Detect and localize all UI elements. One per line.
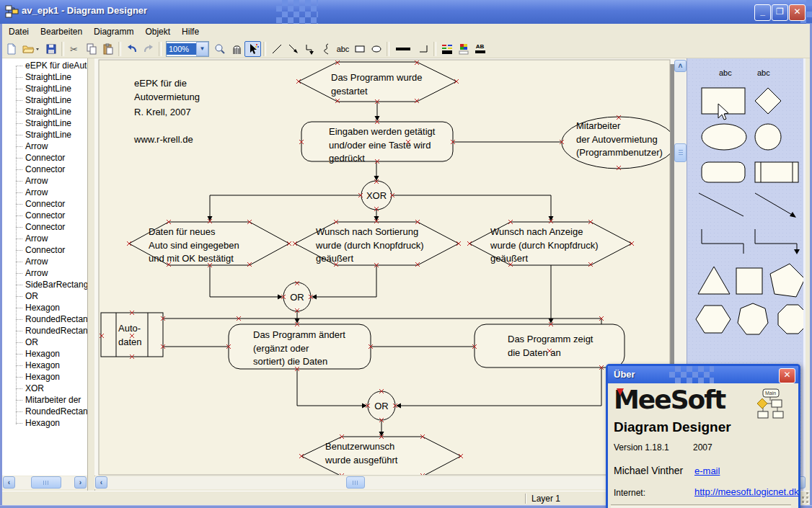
arrow-tool-button[interactable] xyxy=(285,41,301,57)
canvas-hscrollbar[interactable]: ‹ › xyxy=(94,476,674,489)
corner-style-button[interactable] xyxy=(415,41,431,57)
undo-button[interactable] xyxy=(123,41,140,57)
list-item[interactable]: OR xyxy=(2,337,87,348)
list-item[interactable]: Arrow xyxy=(2,267,87,279)
template-circle[interactable] xyxy=(755,124,781,150)
list-item[interactable]: Hexagon xyxy=(2,417,87,429)
line-tool-button[interactable] xyxy=(268,41,285,57)
zoom-combobox[interactable]: 100% ▼ xyxy=(166,41,209,57)
scroll-left-button[interactable]: ‹ xyxy=(3,476,15,489)
template-rounded-rectangle[interactable] xyxy=(702,162,745,182)
menu-diagramm[interactable]: Diagramm xyxy=(88,24,139,39)
pan-tool-button[interactable] xyxy=(228,41,244,57)
hexagon-start-label: Das Programm wurde gestartet xyxy=(331,71,422,98)
minimize-button[interactable]: _ xyxy=(754,4,771,21)
list-item[interactable]: StraightLine xyxy=(2,117,87,129)
template-connector[interactable] xyxy=(702,229,743,254)
select-tool-button[interactable] xyxy=(244,41,261,57)
list-item[interactable]: XOR xyxy=(2,383,87,394)
object-list-hscrollbar[interactable]: ‹ › xyxy=(2,476,87,489)
list-item[interactable]: StraightLine xyxy=(2,83,87,94)
menu-datei[interactable]: Datei xyxy=(3,24,35,39)
ellipse-tool-button[interactable] xyxy=(368,41,384,57)
template-ellipse[interactable] xyxy=(702,124,746,150)
chevron-down-icon[interactable]: ▼ xyxy=(196,42,208,56)
template-hexagon[interactable] xyxy=(696,306,731,333)
new-button[interactable] xyxy=(3,41,19,57)
rectangle-tool-button[interactable] xyxy=(351,41,368,57)
template-connector-arrow[interactable] xyxy=(755,229,797,251)
text-tool-button[interactable]: abc xyxy=(335,41,351,57)
list-item[interactable]: Connector xyxy=(2,210,87,221)
scroll-up-button[interactable]: ˄ xyxy=(674,60,687,72)
meesoft-logo: MeeSoft xyxy=(614,385,725,414)
cut-button[interactable]: ✂ xyxy=(66,41,83,57)
titlebar-checker-pattern xyxy=(276,0,318,24)
close-button[interactable]: ✕ xyxy=(789,4,806,21)
scroll-right-button[interactable]: › xyxy=(74,476,87,489)
list-item[interactable]: Arrow xyxy=(2,175,87,187)
diagram-canvas[interactable]: eEPK für die Autovermietung R. Krell, 20… xyxy=(94,58,674,476)
list-item[interactable]: Connector xyxy=(2,164,87,175)
menu-hilfe[interactable]: Hilfe xyxy=(176,24,205,39)
template-line[interactable] xyxy=(699,193,743,216)
template-diamond[interactable] xyxy=(755,88,781,114)
list-item[interactable]: eEPK für dieAuto xyxy=(2,60,87,71)
list-item[interactable]: OR xyxy=(2,290,87,302)
list-item[interactable]: Connector xyxy=(2,244,87,256)
scrollbar-thumb[interactable] xyxy=(674,143,687,162)
list-item[interactable]: Hexagon xyxy=(2,371,87,383)
dialog-close-button[interactable]: ✕ xyxy=(779,368,795,383)
maximize-button[interactable]: ❐ xyxy=(772,4,788,21)
list-item[interactable]: Arrow xyxy=(2,256,87,267)
template-square[interactable] xyxy=(736,268,762,294)
curve-tool-button[interactable] xyxy=(318,41,335,57)
scrollbar-thumb[interactable] xyxy=(346,476,365,489)
arrow-line-icon xyxy=(288,43,299,55)
list-item[interactable]: Hexagon xyxy=(2,348,87,360)
line-color-button[interactable] xyxy=(438,41,455,57)
list-item[interactable]: Arrow xyxy=(2,187,87,198)
polyline-tool-button[interactable] xyxy=(301,41,318,57)
hand-icon xyxy=(231,43,242,55)
open-button[interactable] xyxy=(19,41,43,57)
list-item[interactable]: Hexagon xyxy=(2,302,87,313)
save-button[interactable] xyxy=(43,41,59,57)
list-item[interactable]: Arrow xyxy=(2,141,87,152)
scrollbar-thumb[interactable] xyxy=(31,476,61,489)
list-item[interactable]: Hexagon xyxy=(2,360,87,371)
paste-button[interactable] xyxy=(100,41,116,57)
list-item[interactable]: StraightLine xyxy=(2,129,87,141)
list-item[interactable]: StraightLine xyxy=(2,94,87,106)
line-width-button[interactable] xyxy=(392,41,415,57)
copy-button[interactable] xyxy=(83,41,100,57)
title-bar[interactable]: av_epk1 - Diagram Designer _ ❐ ✕ xyxy=(0,0,812,24)
font-color-button[interactable]: AB xyxy=(472,41,488,57)
template-pentagon[interactable] xyxy=(770,264,804,297)
list-item[interactable]: RoundedRectangle xyxy=(2,325,87,337)
redo-button[interactable] xyxy=(140,41,156,57)
list-item[interactable]: SideBarRectangle xyxy=(2,279,87,290)
menu-objekt[interactable]: Objekt xyxy=(139,24,176,39)
list-item[interactable]: RoundedRectangle xyxy=(2,406,87,417)
list-item[interactable]: StraightLine xyxy=(2,71,87,83)
template-triangle[interactable] xyxy=(698,267,730,294)
list-item[interactable]: Connector xyxy=(2,152,87,164)
list-item[interactable]: StraightLine xyxy=(2,106,87,117)
list-item[interactable]: Connector xyxy=(2,221,87,233)
list-item[interactable]: Connector xyxy=(2,198,87,210)
zoom-tool-button[interactable] xyxy=(211,41,228,57)
list-item[interactable]: Arrow xyxy=(2,233,87,244)
email-link[interactable]: e-mail xyxy=(694,465,720,476)
scroll-left-button[interactable]: ‹ xyxy=(95,476,107,489)
template-sidebar-rectangle[interactable] xyxy=(755,162,798,182)
dialog-title-bar[interactable]: Über ✕ xyxy=(608,366,798,383)
template-heptagon[interactable] xyxy=(738,303,768,334)
website-link[interactable]: http://meesoft.logicnet.dk xyxy=(694,486,799,497)
fill-color-button[interactable] xyxy=(455,41,472,57)
list-item[interactable]: Mitarbeiter der xyxy=(2,394,87,406)
menu-bearbeiten[interactable]: Bearbeiten xyxy=(35,24,88,39)
list-item[interactable]: RoundedRectangle xyxy=(2,313,87,325)
template-octagon[interactable] xyxy=(778,305,804,334)
template-arrow[interactable] xyxy=(755,193,793,215)
